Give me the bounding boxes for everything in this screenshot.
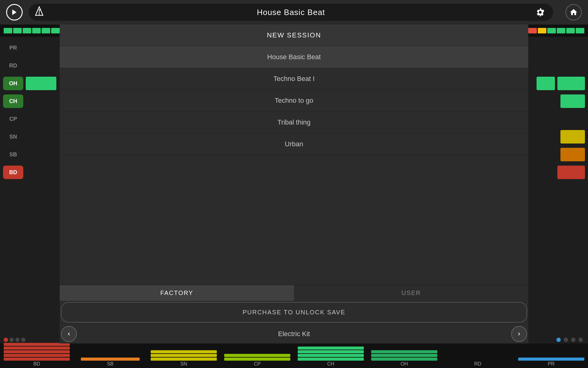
track-label-pr[interactable]: PR — [3, 41, 23, 55]
meter-segment — [13, 28, 22, 33]
right-pad-oh-2[interactable] — [557, 77, 585, 90]
meter-segment — [528, 28, 537, 33]
session-item-tribal-thing[interactable]: Tribal thing — [60, 112, 528, 133]
user-tab[interactable]: USER — [294, 285, 529, 301]
meter-segment — [51, 28, 60, 33]
new-session-button[interactable]: NEW SESSION — [60, 25, 528, 46]
track-row-cp: CP — [3, 111, 57, 127]
sessions-list: House Basic Beat Techno Beat I Techno to… — [60, 46, 528, 285]
bottom-track-sb[interactable]: SB — [74, 343, 147, 368]
right-pad-oh-1[interactable] — [537, 77, 555, 90]
track-label-ch[interactable]: CH — [3, 94, 23, 108]
right-track-sn — [531, 129, 585, 145]
track-row-sn: SN — [3, 129, 57, 145]
meter-segment — [538, 28, 546, 33]
title-area: House Basic Beat — [29, 4, 553, 21]
bottom-track-oh[interactable]: OH — [368, 343, 441, 368]
track-row-pr: PR — [3, 40, 57, 56]
right-track-cp — [531, 111, 585, 127]
right-pad-bd[interactable] — [557, 166, 585, 179]
meter-segment — [547, 28, 556, 33]
purchase-unlock-button[interactable]: PURCHASE TO UNLOCK SAVE — [61, 302, 527, 323]
kit-nav-row: Electric Kit — [60, 324, 528, 343]
home-button[interactable] — [565, 4, 582, 21]
session-title: House Basic Beat — [48, 8, 533, 17]
track-label-cp[interactable]: CP — [3, 112, 23, 126]
right-panel — [528, 37, 588, 343]
right-pad-ch[interactable] — [560, 94, 585, 108]
meter-segment — [4, 28, 12, 33]
right-pad-sb[interactable] — [560, 148, 585, 161]
meter-segment — [23, 28, 31, 33]
indicator-dot-1 — [4, 338, 8, 342]
right-track-ch — [531, 93, 585, 109]
track-row-ch: CH — [3, 93, 57, 109]
bottom-track-ch[interactable]: CH — [294, 343, 368, 368]
track-label-oh[interactable]: OH — [3, 77, 23, 90]
session-item-techno-beat-i[interactable]: Techno Beat I — [60, 68, 528, 90]
track-label-sb[interactable]: SB — [3, 148, 23, 161]
indicator-dot-r2 — [564, 338, 568, 342]
bottom-track-rd[interactable]: RD — [441, 343, 514, 368]
indicator-dot-r1 — [556, 338, 561, 342]
track-row-bd: BD — [3, 164, 57, 180]
settings-button[interactable] — [533, 6, 547, 19]
factory-tab[interactable]: FACTORY — [60, 285, 294, 301]
metronome-icon — [35, 6, 43, 18]
session-item-house-basic-beat[interactable]: House Basic Beat — [60, 46, 528, 68]
session-modal: NEW SESSION House Basic Beat Techno Beat… — [60, 25, 528, 343]
meter-segment — [576, 28, 584, 33]
right-track-sb — [531, 147, 585, 163]
meter-segment — [42, 28, 50, 33]
bottom-track-sn[interactable]: SN — [147, 343, 221, 368]
indicator-dot-3 — [15, 338, 20, 342]
session-item-urban[interactable]: Urban — [60, 133, 528, 155]
left-panel: PR RD OH CH CP SN SB BD — [0, 37, 60, 343]
right-track-rd — [531, 58, 585, 74]
bottom-sequencer: BD SB SN CP CH — [0, 343, 588, 368]
meter-segment — [32, 28, 41, 33]
track-row-sb: SB — [3, 147, 57, 163]
kit-name: Electric Kit — [77, 330, 511, 338]
track-label-sn[interactable]: SN — [3, 130, 23, 144]
indicator-dot-r4 — [579, 338, 583, 342]
kit-next-button[interactable] — [511, 326, 527, 342]
bottom-track-bd[interactable]: BD — [0, 343, 74, 368]
track-label-rd[interactable]: RD — [3, 59, 23, 72]
session-item-techno-to-go[interactable]: Techno to go — [60, 90, 528, 112]
bottom-track-cp[interactable]: CP — [221, 343, 294, 368]
meter-segment — [566, 28, 575, 33]
right-track-bd — [531, 164, 585, 180]
indicator-dot-2 — [9, 338, 14, 342]
indicator-dot-r3 — [571, 338, 575, 342]
right-track-oh — [531, 75, 585, 91]
play-button[interactable] — [6, 4, 23, 21]
factory-user-row: FACTORY USER — [60, 285, 528, 301]
svg-marker-0 — [12, 10, 17, 15]
kit-prev-button[interactable] — [61, 326, 77, 342]
track-row-rd: RD — [3, 58, 57, 74]
top-bar: House Basic Beat — [0, 0, 588, 25]
right-track-pr — [531, 40, 585, 56]
right-pad-sn[interactable] — [560, 130, 585, 144]
meter-segment — [557, 28, 565, 33]
indicator-dot-4 — [21, 338, 25, 342]
track-pad-oh[interactable] — [26, 77, 56, 90]
track-label-bd[interactable]: BD — [3, 166, 23, 179]
track-row-oh: OH — [3, 75, 57, 91]
bottom-track-pr[interactable]: PR — [514, 343, 588, 368]
